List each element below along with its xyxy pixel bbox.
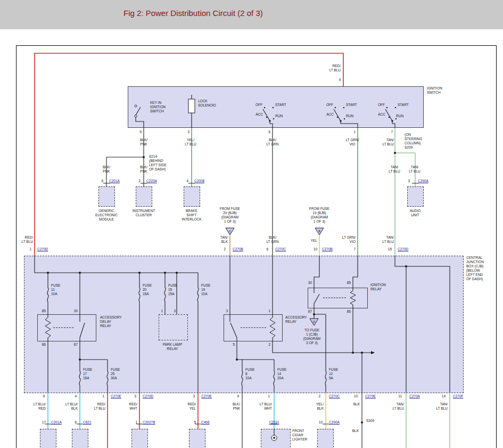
connector-link-c2027b[interactable]: C2027B <box>143 420 165 425</box>
relay-pin-86: 86 <box>35 343 46 347</box>
key-in-label: KEY IN IGNITION SWITCH <box>150 101 176 113</box>
connector-link-c270e[interactable]: C270E <box>365 394 382 398</box>
connector-link-c270c[interactable]: C270C <box>329 394 347 398</box>
module-label-cluster: INSTRUMENT CLUSTER <box>126 209 162 217</box>
module-label-cigar: FRONT CIGAR LIGHTER <box>292 429 316 442</box>
wire-label: TAN/ LT BLU <box>374 138 394 146</box>
relay-label-park-lamp: PARK LAMP RELAY <box>155 343 189 351</box>
wire-label: RED/ WHT <box>119 402 137 411</box>
wire-label: RED/ YEL <box>178 402 196 411</box>
connector-link-c270a[interactable]: C270A <box>409 394 427 398</box>
connector-link-c2031[interactable]: C2031 <box>265 420 284 425</box>
lock-solenoid-label: LOCK SOLENOID <box>198 99 222 108</box>
cigar-lighter-box <box>261 429 291 448</box>
fuse-label-17: FUSE 17 15A <box>83 368 98 380</box>
wire-label: YEL/ BLK <box>306 402 324 411</box>
connector-link-c270b[interactable]: C270B <box>322 247 340 251</box>
relay-label-ignition: IGNITION RELAY <box>370 283 397 291</box>
switch-pos-acc-3: ACC <box>372 112 385 117</box>
switch-pos-run-2: RUN <box>346 114 360 118</box>
wire-label: BLK/ PNK <box>222 402 240 411</box>
ignition-relay-box <box>308 288 368 308</box>
pin-label: 2 <box>218 247 226 251</box>
wire-label: YEL/ LT BLU <box>180 138 201 146</box>
wire-label: BLK/ PNK <box>135 138 152 146</box>
relay-pin-85: 85 <box>35 309 46 313</box>
wire-label: RED/ LT BLU <box>18 235 33 244</box>
relay-pin-5: 5 <box>226 343 235 347</box>
figure-title: Fig 2: Power Distribution Circuit (2 of … <box>123 9 263 18</box>
pin-label: 10 <box>348 394 358 398</box>
relay-pin-1: 1 <box>261 309 270 313</box>
switch-pos-acc-2: ACC <box>320 112 334 117</box>
pin-label: 17 <box>36 420 46 425</box>
fuse-label-11: FUSE 11 10A <box>51 283 66 296</box>
fuse-label-8: FUSE 8 10A <box>245 368 260 380</box>
wiring-diagram-page: Fig 2: Power Distribution Circuit (2 of … <box>0 0 503 448</box>
fuse-label-15: FUSE 15 15A <box>168 283 183 296</box>
wire-label: LT GRN/ VIO <box>340 235 356 244</box>
switch-pos-off-3: OFF <box>371 103 385 107</box>
splice-label-s209: (ON STEERING COLUMN) S209 <box>405 133 431 150</box>
c621-module-box <box>72 429 88 448</box>
switch-pos-off-2: OFF <box>319 103 333 107</box>
c2027b-module-box <box>131 429 148 448</box>
wire-label: BLK/ PNK <box>98 165 115 174</box>
connector-link-c290a[interactable]: C290A <box>418 179 436 183</box>
switch-pos-start-1: START <box>275 103 293 107</box>
module-label-gem: GENERIC ELECTRONIC MODULE <box>88 209 125 222</box>
accessory-delay-relay-box <box>37 314 96 341</box>
pin-label-7: 7 <box>382 130 393 134</box>
connector-link-c201a[interactable]: C201A <box>109 179 127 183</box>
switch-pos-start-3: START <box>398 103 416 107</box>
connector-link-c270e[interactable]: C270E <box>201 394 218 398</box>
pin-label: 1 <box>24 247 31 251</box>
c201a-module-box <box>40 429 56 448</box>
pin-label: 14 <box>436 394 446 398</box>
pin-label: 1 <box>262 394 270 398</box>
fuse-label-12: FUSE 12 5A <box>329 368 344 380</box>
splice-label-s214: S214 (BEHIND LEFT SIDE OF DASH) <box>149 154 176 172</box>
connector-link-c270f[interactable]: C270F <box>453 394 471 398</box>
fuse-label-14: FUSE 14 20A <box>277 368 292 380</box>
connector-link-c270d[interactable]: C270D <box>37 247 55 251</box>
pin-label: 1 <box>97 394 104 398</box>
brake-shift-interlock-box <box>184 186 200 207</box>
connector-link-c466[interactable]: C466 <box>201 420 217 425</box>
relay-pin-3: 3 <box>168 309 176 313</box>
wire-label: TAN/ LT BLU <box>406 165 424 174</box>
connector-link-c270b[interactable]: C270B <box>233 247 251 251</box>
connector-link-c270d[interactable]: C270D <box>398 247 416 251</box>
pin-label: 9 <box>35 394 45 398</box>
connector-link-c621[interactable]: C621 <box>83 420 99 425</box>
c466-module-box <box>189 429 205 448</box>
switch-pos-run-3: RUN <box>396 114 410 118</box>
to-fuse1-label: TO FUSE 1 (CJB) (DIAGRAM 3 OF 3) <box>299 328 325 345</box>
wire-label: TAN/ LT BLU <box>374 235 394 244</box>
switch-pos-run-1: RUN <box>275 114 289 118</box>
connector-link-c270e[interactable]: C270E <box>111 394 128 398</box>
splice-label-s309: S309 <box>366 419 382 423</box>
connector-link-c290a[interactable]: C290A <box>329 420 348 425</box>
pin-label: 2 <box>133 179 141 183</box>
relay-label-accessory: ACCESSORY RELAY <box>285 315 315 324</box>
connector-link-c2008[interactable]: C2008 <box>194 179 212 183</box>
connector-link-c220a[interactable]: C220A <box>146 179 164 183</box>
module-label-brake: BRAKE SHIFT INTERLOCK <box>174 209 210 222</box>
wire-label: TAN/ LT BLU <box>386 402 404 411</box>
fuse-label-19: FUSE 19 10A <box>201 283 216 296</box>
connector-link-c201a[interactable]: C201A <box>51 420 70 425</box>
ignition-switch-label: IGNITION SWITCH <box>427 86 455 95</box>
pin-label: 6 <box>96 179 103 183</box>
wire-label: RED/ LT BLU <box>87 402 105 411</box>
pin-label-1: 1 <box>345 130 356 134</box>
park-lamp-relay-box <box>159 314 188 340</box>
instrument-cluster-box <box>136 186 152 207</box>
pin-label: 6 <box>261 247 268 251</box>
wire-label: BLK/ LT GRN <box>261 138 284 146</box>
wire-label-feed: RED/ LT BLU <box>317 64 341 72</box>
connector-link-c270d[interactable]: C270D <box>143 394 160 398</box>
connector-link-c270c[interactable]: C270C <box>275 247 293 251</box>
pin-label-feed: 4 <box>330 78 341 82</box>
fuse-label-25: FUSE 25 30A <box>111 368 126 380</box>
